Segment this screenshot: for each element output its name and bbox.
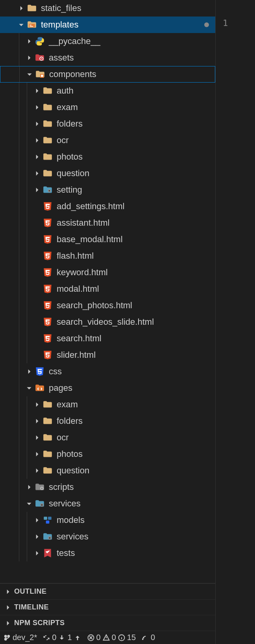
tree-item-services[interactable]: services — [0, 495, 215, 512]
tree-item-css[interactable]: css — [0, 363, 215, 380]
tree-item-question[interactable]: question — [0, 165, 215, 182]
panel-timeline[interactable]: TIMELINE — [0, 599, 215, 615]
folder-services-icon — [42, 532, 53, 542]
dirty-indicator-icon — [204, 22, 209, 27]
panel-outline[interactable]: OUTLINE — [0, 583, 215, 599]
tree-item-pages-exam[interactable]: exam — [0, 396, 215, 413]
tree-item-label: exam — [57, 102, 78, 112]
tree-item-label: photos — [57, 449, 83, 459]
chevron-down-icon — [26, 70, 33, 78]
ports-count: 0 — [151, 633, 155, 642]
tree-item-tests[interactable]: tests — [0, 545, 215, 561]
tree-item-label: folders — [57, 119, 83, 129]
tree-item-label: keyword.html — [57, 267, 108, 278]
sync-up-count: 1 — [67, 633, 72, 642]
tree-item-label: services — [57, 532, 89, 542]
tree-item-label: ocr — [57, 135, 69, 145]
chevron-right-icon — [25, 483, 33, 491]
info-count: 15 — [127, 633, 136, 642]
chevron-down-icon — [25, 500, 33, 508]
chevron-right-icon — [25, 368, 33, 375]
folder-icon — [42, 102, 53, 112]
chevron-right-icon — [33, 103, 41, 111]
tree-item-label: tests — [57, 548, 75, 558]
chevron-right-icon — [33, 120, 41, 128]
folder-icon — [27, 3, 37, 13]
tree-item-label: ocr — [57, 432, 69, 443]
tree-item-label: components — [49, 69, 96, 79]
branch-name: dev_2* — [13, 633, 37, 642]
status-problems[interactable]: 0 0 15 — [87, 633, 136, 642]
tree-item-file[interactable]: slider.html — [0, 347, 215, 363]
html5-icon — [42, 333, 53, 344]
editor-area[interactable]: 1 — [216, 0, 255, 644]
panel-label: TIMELINE — [14, 603, 49, 611]
tree-item-static-files[interactable]: static_files — [0, 0, 215, 17]
tree-item-folders[interactable]: folders — [0, 116, 215, 132]
tree-item-file[interactable]: assistant.html — [0, 215, 215, 231]
tree-item-ocr[interactable]: ocr — [0, 132, 215, 149]
chevron-right-icon — [33, 516, 41, 524]
python-icon — [35, 36, 45, 46]
tree-item-components[interactable]: components — [0, 66, 215, 83]
file-tree[interactable]: static_files templates __pycache__ — [0, 0, 215, 583]
html5-icon — [42, 267, 53, 278]
tree-item-setting[interactable]: setting — [0, 182, 215, 198]
tree-item-scripts[interactable]: scripts — [0, 479, 215, 495]
html5-icon — [42, 350, 53, 360]
chevron-down-icon — [25, 384, 33, 392]
tree-item-pages-ocr[interactable]: ocr — [0, 429, 215, 446]
tree-item-services-sub[interactable]: services — [0, 528, 215, 545]
info-icon — [118, 634, 126, 642]
tree-item-pages-question[interactable]: question — [0, 462, 215, 479]
chevron-right-icon — [33, 417, 41, 425]
git-branch-icon — [3, 634, 11, 642]
folder-scripts-icon — [35, 482, 45, 492]
tree-item-label: folders — [57, 416, 83, 426]
tree-item-file[interactable]: search_videos_slide.html — [0, 314, 215, 330]
folder-services-icon — [35, 499, 45, 509]
html5-icon — [42, 284, 53, 294]
tree-item-label: templates — [41, 20, 78, 30]
chevron-right-icon — [33, 136, 41, 144]
html5-icon — [42, 201, 53, 212]
tree-item-label: assistant.html — [57, 218, 110, 228]
tree-item-label: modal.html — [57, 284, 99, 294]
chevron-right-icon — [33, 153, 41, 161]
chevron-right-icon — [4, 619, 12, 627]
tree-item-auth[interactable]: auth — [0, 83, 215, 99]
tree-item-assets[interactable]: assets — [0, 50, 215, 66]
tree-item-photos[interactable]: photos — [0, 149, 215, 165]
status-bar: dev_2* 0 1 0 0 15 0 — [0, 631, 215, 644]
panel-npm-scripts[interactable]: NPM SCRIPTS — [0, 615, 215, 631]
tree-item-pycache[interactable]: __pycache__ — [0, 33, 215, 50]
tree-item-file[interactable]: base_modal.html — [0, 231, 215, 248]
models-icon — [42, 515, 53, 525]
tree-item-label: photos — [57, 152, 83, 162]
status-ports[interactable]: 0 — [141, 633, 155, 642]
tree-item-file[interactable]: add_settings.html — [0, 198, 215, 215]
tree-item-pages-folders[interactable]: folders — [0, 413, 215, 429]
tree-item-label: flash.html — [57, 251, 94, 261]
chevron-right-icon — [33, 186, 41, 194]
tree-item-file[interactable]: search.html — [0, 330, 215, 347]
tree-item-exam[interactable]: exam — [0, 99, 215, 116]
folder-icon — [42, 449, 53, 459]
status-branch[interactable]: dev_2* — [3, 633, 37, 642]
collapsed-panels: OUTLINE TIMELINE NPM SCRIPTS — [0, 583, 215, 631]
tree-item-file[interactable]: search_photos.html — [0, 297, 215, 314]
tree-item-label: scripts — [49, 482, 74, 492]
tree-item-pages-photos[interactable]: photos — [0, 446, 215, 462]
folder-icon — [42, 119, 53, 129]
sync-down-count: 0 — [52, 633, 56, 642]
tree-item-pages[interactable]: pages — [0, 380, 215, 396]
tree-item-file[interactable]: flash.html — [0, 248, 215, 264]
explorer-sidebar[interactable]: static_files templates __pycache__ — [0, 0, 216, 644]
tree-item-file[interactable]: modal.html — [0, 281, 215, 297]
status-sync[interactable]: 0 1 — [42, 633, 81, 642]
tree-item-file[interactable]: keyword.html — [0, 264, 215, 281]
line-number: 1 — [223, 18, 228, 28]
chevron-right-icon — [33, 169, 41, 177]
tree-item-templates[interactable]: templates — [0, 17, 215, 33]
tree-item-models[interactable]: models — [0, 512, 215, 528]
